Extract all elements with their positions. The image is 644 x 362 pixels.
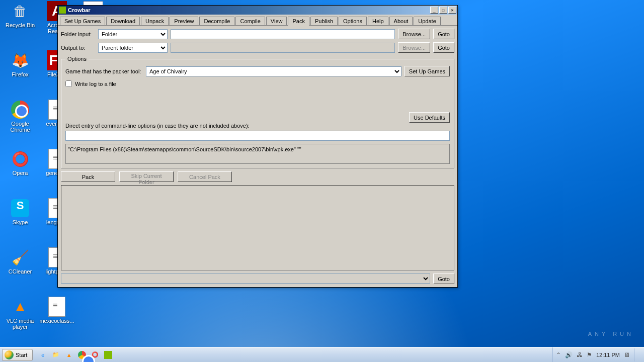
maximize-button[interactable]: ☐ [439, 7, 447, 14]
text-file-icon [47, 297, 67, 317]
ql-explorer[interactable]: 📁 [50, 349, 62, 361]
tab-about[interactable]: About [389, 17, 413, 25]
tab-bar: Set Up Games Download Unpack Preview Dec… [58, 15, 457, 26]
windows-orb-icon [5, 350, 14, 359]
options-legend: Options [65, 56, 89, 62]
goto-bottom-button[interactable]: Goto [433, 274, 454, 284]
desktop-icon-skype[interactable]: SSkype [3, 198, 38, 225]
volume-icon[interactable]: 🔊 [565, 351, 573, 358]
desktop-icon-vlc[interactable]: ▲VLC media player [3, 297, 38, 330]
tab-update[interactable]: Update [414, 17, 440, 25]
app-icon [59, 7, 66, 14]
tab-preview[interactable]: Preview [170, 17, 198, 25]
output-to-combo[interactable]: Parent folder [98, 43, 168, 53]
titlebar[interactable]: Crowbar _ ☐ ✕ [58, 6, 457, 15]
game-label: Game that has the packer tool: [65, 68, 143, 74]
tab-pack[interactable]: Pack [288, 17, 309, 26]
tab-unpack[interactable]: Unpack [141, 17, 169, 25]
tab-decompile[interactable]: Decompile [199, 17, 234, 25]
ql-crowbar[interactable] [102, 349, 114, 361]
show-desktop-button[interactable] [634, 348, 640, 361]
use-defaults-button[interactable]: Use Defaults [409, 112, 450, 123]
browse-output-button: Browse... [398, 42, 430, 53]
cancel-pack-button: Cancel Pack [178, 171, 232, 182]
desktop-icon-opera[interactable]: ⭕Opera [3, 149, 38, 176]
folder-input-path[interactable] [171, 29, 395, 39]
crowbar-window: Crowbar _ ☐ ✕ Set Up Games Download Unpa… [57, 5, 458, 288]
tab-content: Folder input: Folder Browse... Goto Outp… [58, 26, 457, 287]
tab-options[interactable]: Options [339, 17, 367, 25]
tray-expand-icon[interactable]: ⌃ [556, 351, 561, 358]
start-button[interactable]: Start [2, 349, 33, 361]
vlc-icon: ▲ [10, 297, 30, 317]
pack-button[interactable]: Pack [61, 171, 115, 182]
ql-chrome[interactable] [76, 349, 88, 361]
ql-vlc[interactable]: ▲ [63, 349, 75, 361]
network-icon[interactable]: 🖧 [577, 351, 583, 358]
log-output[interactable] [61, 185, 454, 270]
folder-icon: 📁 [52, 351, 59, 358]
quick-launch: e 📁 ▲ ⭕ [37, 349, 114, 361]
chrome-icon [78, 351, 86, 359]
output-to-path[interactable] [171, 43, 395, 53]
browse-folder-button[interactable]: Browse... [398, 29, 430, 39]
skip-folder-button: Skip Current Folder [119, 171, 174, 182]
ccleaner-icon: 🧹 [10, 247, 30, 267]
crowbar-icon [104, 351, 112, 359]
skype-icon: S [10, 198, 30, 218]
goto-output-button[interactable]: Goto [433, 42, 454, 53]
system-tray: ⌃ 🔊 🖧 ⚑ 12:11 PM 🖥 [552, 347, 644, 362]
ie-icon: e [41, 352, 44, 358]
folder-input-combo[interactable]: Folder [98, 29, 168, 39]
cmdline-label: Direct entry of command-line options (in… [65, 123, 450, 129]
minimize-button[interactable]: _ [430, 7, 438, 14]
cmdline-preview: "C:\Program Files (x86)\Steam\steamapps\… [65, 144, 450, 164]
firefox-icon: 🦊 [10, 50, 30, 70]
close-button[interactable]: ✕ [448, 7, 456, 14]
tab-help[interactable]: Help [368, 17, 388, 25]
clock[interactable]: 12:11 PM [596, 352, 620, 358]
options-fieldset: Options Game that has the packer tool: A… [61, 56, 454, 168]
flag-icon[interactable]: ⚑ [587, 351, 592, 358]
desktop-icon-firefox[interactable]: 🦊Firefox [3, 50, 38, 77]
ql-ie[interactable]: e [37, 349, 49, 361]
desktop-icon-recycle-bin[interactable]: 🗑Recycle Bin [3, 1, 38, 28]
set-up-games-button[interactable]: Set Up Games [405, 66, 450, 76]
opera-icon: ⭕ [10, 149, 30, 169]
write-log-checkbox[interactable] [65, 80, 72, 87]
desktop-icon-ccleaner[interactable]: 🧹CCleaner [3, 247, 38, 275]
goto-folder-button[interactable]: Goto [433, 29, 454, 39]
tab-set-up-games[interactable]: Set Up Games [60, 17, 105, 25]
desktop-icon-chrome[interactable]: Google Chrome [3, 100, 38, 133]
vlc-icon: ▲ [66, 352, 72, 358]
monitor-icon[interactable]: 🖥 [624, 351, 630, 358]
folder-input-label: Folder input: [61, 31, 95, 37]
taskbar: Start e 📁 ▲ ⭕ ⌃ 🔊 🖧 ⚑ 12:11 PM 🖥 [0, 347, 644, 362]
recycle-bin-icon: 🗑 [10, 1, 30, 21]
cmdline-input[interactable] [65, 131, 450, 141]
output-to-label: Output to: [61, 45, 95, 51]
tab-view[interactable]: View [266, 17, 287, 25]
chrome-icon [10, 100, 30, 120]
window-title: Crowbar [68, 7, 429, 13]
tab-download[interactable]: Download [106, 17, 140, 25]
write-log-label[interactable]: Write log to a file [75, 81, 116, 87]
tab-compile[interactable]: Compile [235, 17, 265, 25]
watermark: ANY RUN [588, 331, 634, 337]
bottom-combo[interactable] [61, 274, 430, 284]
tab-publish[interactable]: Publish [310, 17, 338, 25]
desktop-icon-mexico[interactable]: mexicoclass... [39, 297, 74, 324]
game-combo[interactable]: Age of Chivalry [146, 66, 401, 76]
